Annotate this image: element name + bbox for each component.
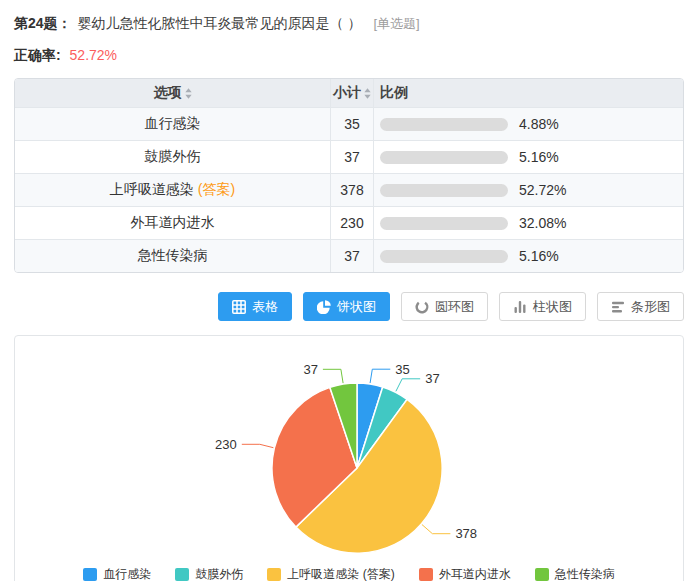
legend-item[interactable]: 上呼吸道感染 (答案) xyxy=(267,566,394,581)
ratio-cell: 4.88% xyxy=(374,108,683,140)
accuracy-value: 52.72% xyxy=(70,47,117,63)
table-row: 急性传染病 37 5.16% xyxy=(15,239,683,272)
percent-bar-track xyxy=(380,217,508,230)
question-result-page: 第24题： 婴幼儿急性化脓性中耳炎最常见的原因是（ ） [单选题] 正确率: 5… xyxy=(0,0,698,581)
answer-tag: (答案) xyxy=(198,181,235,199)
percent-label: 5.16% xyxy=(519,149,559,165)
table-view-button[interactable]: 表格 xyxy=(218,292,292,321)
legend-label: 急性传染病 xyxy=(555,566,615,581)
pie-value-label: 378 xyxy=(455,526,477,541)
option-cell: 鼓膜外伤 xyxy=(15,141,331,173)
column-chart-button[interactable]: 柱状图 xyxy=(499,292,586,321)
legend-swatch xyxy=(267,568,281,581)
ratio-cell: 32.08% xyxy=(374,207,683,239)
legend-swatch xyxy=(535,568,549,581)
pie-label-line xyxy=(323,369,343,383)
pie-value-label: 37 xyxy=(425,371,439,386)
legend-item[interactable]: 血行感染 xyxy=(83,566,151,581)
percent-label: 52.72% xyxy=(519,182,566,198)
table-row: 鼓膜外伤 37 5.16% xyxy=(15,140,683,173)
percent-bar-track xyxy=(380,250,508,263)
accuracy-label: 正确率: xyxy=(14,47,61,63)
bar-chart-button[interactable]: 条形图 xyxy=(597,292,684,321)
hbar-icon xyxy=(611,300,625,314)
legend-item[interactable]: 外耳道内进水 xyxy=(419,566,511,581)
accuracy-row: 正确率: 52.72% xyxy=(14,47,684,65)
percent-bar-track xyxy=(380,118,508,131)
ratio-cell: 5.16% xyxy=(374,141,683,173)
percent-label: 4.88% xyxy=(519,116,559,132)
option-cell: 上呼吸道感染 (答案) xyxy=(15,174,331,206)
count-cell: 37 xyxy=(331,240,374,272)
legend-label: 外耳道内进水 xyxy=(439,566,511,581)
pie-label-line xyxy=(370,369,390,383)
header-count[interactable]: 小计 xyxy=(331,79,374,107)
view-toolbar: 表格 饼状图 圆环图 柱状图 条形图 xyxy=(14,292,684,321)
question-text: 婴幼儿急性化脓性中耳炎最常见的原因是（ ） xyxy=(78,15,362,33)
count-cell: 37 xyxy=(331,141,374,173)
pie-value-label: 230 xyxy=(215,437,237,452)
legend-label: 上呼吸道感染 (答案) xyxy=(287,566,394,581)
question-type-tag: [单选题] xyxy=(373,15,419,33)
sort-icon[interactable] xyxy=(364,88,371,99)
pie-label-line xyxy=(396,379,420,392)
percent-label: 5.16% xyxy=(519,248,559,264)
table-row: 上呼吸道感染 (答案) 378 52.72% xyxy=(15,173,683,206)
chart-panel: 353737823037 血行感染鼓膜外伤上呼吸道感染 (答案)外耳道内进水急性… xyxy=(14,335,684,581)
table-icon xyxy=(232,300,246,314)
legend-label: 鼓膜外伤 xyxy=(195,566,243,581)
pie-value-label: 35 xyxy=(395,362,409,377)
question-header: 第24题： 婴幼儿急性化脓性中耳炎最常见的原因是（ ） [单选题] xyxy=(14,0,684,33)
ratio-cell: 5.16% xyxy=(374,240,683,272)
count-cell: 378 xyxy=(331,174,374,206)
option-cell: 外耳道内进水 xyxy=(15,207,331,239)
column-icon xyxy=(513,300,527,314)
count-cell: 35 xyxy=(331,108,374,140)
table-row: 外耳道内进水 230 32.08% xyxy=(15,206,683,239)
sort-icon[interactable] xyxy=(185,88,192,99)
pie-value-label: 37 xyxy=(303,362,317,377)
percent-bar-track xyxy=(380,151,508,164)
header-ratio: 比例 xyxy=(374,79,683,107)
option-cell: 血行感染 xyxy=(15,108,331,140)
legend-item[interactable]: 鼓膜外伤 xyxy=(175,566,243,581)
legend-swatch xyxy=(175,568,189,581)
ratio-cell: 52.72% xyxy=(374,174,683,206)
pie-chart: 353737823037 xyxy=(15,337,683,559)
donut-chart-button[interactable]: 圆环图 xyxy=(401,292,488,321)
pie-chart-button[interactable]: 饼状图 xyxy=(303,292,390,321)
donut-icon xyxy=(415,300,429,314)
question-number: 第24题： xyxy=(14,15,72,33)
percent-label: 32.08% xyxy=(519,215,566,231)
results-table: 选项 小计 比例 血行感染 35 4.88% xyxy=(14,78,684,273)
option-cell: 急性传染病 xyxy=(15,240,331,272)
legend-item[interactable]: 急性传染病 xyxy=(535,566,615,581)
header-option[interactable]: 选项 xyxy=(15,79,331,107)
pie-label-line xyxy=(422,525,451,534)
legend-label: 血行感染 xyxy=(103,566,151,581)
chart-legend: 血行感染鼓膜外伤上呼吸道感染 (答案)外耳道内进水急性传染病 xyxy=(15,566,683,581)
table-row: 血行感染 35 4.88% xyxy=(15,107,683,140)
table-header-row: 选项 小计 比例 xyxy=(15,79,683,107)
legend-swatch xyxy=(83,568,97,581)
percent-bar-track xyxy=(380,184,508,197)
pie-icon xyxy=(317,300,331,314)
legend-swatch xyxy=(419,568,433,581)
pie-label-line xyxy=(242,444,274,447)
count-cell: 230 xyxy=(331,207,374,239)
